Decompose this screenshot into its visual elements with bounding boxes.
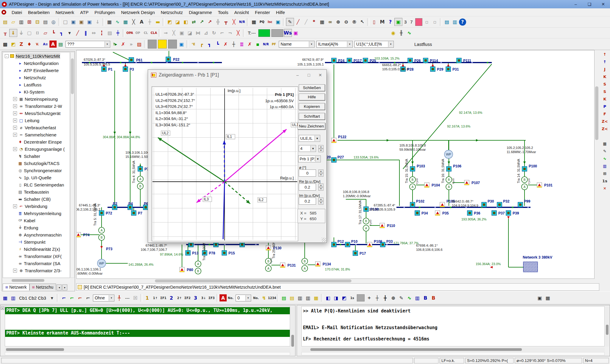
menu-diagramme[interactable]: Diagramme (186, 9, 215, 16)
fill-gray-swatch[interactable] (148, 40, 157, 49)
re-div-input[interactable]: 0.2 (299, 183, 316, 191)
fault-type-combo[interactable]: Ohne▾ (93, 295, 114, 301)
grid2-icon[interactable]: ▦ (544, 294, 552, 302)
sum-f2-icon[interactable]: ΣF2 (183, 294, 192, 302)
arrow-up-blue-icon[interactable]: ↑ (601, 58, 609, 66)
counter-combo[interactable]: 0▾ (236, 295, 251, 301)
relay-step1-icon[interactable]: ◩ (166, 18, 174, 26)
report-yellow-icon[interactable]: ▤ (288, 294, 296, 302)
curve-b-icon[interactable]: ∿ (405, 294, 413, 302)
console-left-hscrollbar[interactable] (5, 348, 290, 352)
voltage-display-combo[interactable]: U1|V,°;ULE|%▾ (354, 41, 394, 48)
cl-icon[interactable]: CL (142, 29, 150, 37)
t-split-icon[interactable]: ╀ (115, 294, 123, 302)
win2-icon[interactable]: ◨ (332, 294, 340, 302)
re-div-spinner[interactable]: ▲▼ (318, 183, 323, 191)
print-icon[interactable]: ▤ (41, 18, 49, 26)
a-red-icon[interactable]: A (49, 41, 57, 48)
dashed-ii-icon[interactable]: ╏ (98, 29, 106, 37)
slider-icon[interactable]: ╪ (114, 29, 122, 37)
pattern-icon[interactable]: ▩ (1, 40, 9, 48)
cla-icon[interactable]: CLA (150, 29, 158, 37)
gate-j1-icon[interactable]: ⌐ (60, 294, 68, 302)
report-book-icon[interactable]: ▤ (443, 18, 451, 26)
wire[interactable] (113, 52, 131, 61)
select-region2-icon[interactable]: ▫ (431, 18, 439, 26)
count-combo[interactable]: 4▼ (299, 145, 316, 152)
tree-item-sternpunkt[interactable]: ⊣Sternpunkt (3, 238, 70, 245)
nr2-icon[interactable]: N/R (262, 40, 270, 48)
element-search-combo[interactable]: ???▾ (66, 41, 110, 48)
tree-item-transformator-sa[interactable]: ∞Transformator (SA (3, 260, 70, 267)
dialog-maximize-button[interactable]: □ (303, 71, 315, 80)
grid-r-icon[interactable]: ⊞ (601, 170, 609, 177)
dropdown-icon[interactable]: ▾ (66, 29, 74, 37)
arrow-up-red-icon[interactable]: ↑ (601, 51, 609, 58)
tree-item-dezentraler-einspe[interactable]: ♦Dezentraler Einspe (3, 138, 70, 145)
tree-item-verbraucherlast[interactable]: +⌀Verbraucherlast (3, 124, 70, 131)
zoom-in-icon[interactable]: ⊕ (334, 18, 342, 26)
current-display-combo[interactable]: ILmax|A|%▾ (316, 41, 353, 48)
b2-icon[interactable]: B (430, 294, 438, 302)
step-z-icon[interactable]: Z (17, 40, 25, 48)
expand-icon[interactable]: + (13, 111, 17, 115)
zoom-out-icon[interactable]: ⊖ (342, 18, 350, 26)
phase1-up-icon[interactable]: 1↑ (151, 294, 159, 302)
table-pq-icon[interactable]: PQ (258, 18, 266, 26)
external-network-symbol[interactable] (523, 262, 538, 272)
connector-icon[interactable]: ⇔ (90, 29, 98, 37)
sine-curves-icon[interactable]: ∿ (113, 18, 122, 26)
dialog-close-button[interactable]: ✕ (315, 71, 326, 80)
plus-icon[interactable]: ＋ (365, 294, 373, 302)
tree-item-textbaustein[interactable]: ▤Textbaustein (3, 188, 70, 195)
expand-icon[interactable]: + (13, 97, 17, 101)
ruler-edit-icon[interactable]: ✎ (286, 18, 294, 26)
node-off-icon[interactable]: ╬ (214, 18, 222, 26)
ground-icon[interactable]: ⏚ (17, 29, 25, 37)
curve-green-icon[interactable]: ∿ (405, 29, 413, 37)
table-update-icon[interactable]: ▦ (105, 18, 113, 26)
gate-yellow-icon[interactable]: ┏ (197, 40, 206, 48)
phase3-down-icon[interactable]: 3↓ (200, 294, 208, 302)
phase1-icon[interactable]: 1 (143, 294, 151, 302)
new-network-icon[interactable]: ▤ (1, 18, 9, 26)
tree-item-transformator-2-w[interactable]: +∞Transformator 2-W (3, 102, 70, 110)
page-duplicate-icon[interactable]: ▣ (85, 18, 94, 26)
state-on-swatch[interactable] (258, 29, 270, 37)
find-icon[interactable]: M (378, 18, 386, 26)
relay-step2-icon[interactable]: ◪ (174, 18, 182, 26)
console-right-vscrollbar[interactable] (605, 306, 609, 346)
a-red2-icon[interactable]: A (220, 294, 227, 301)
doc-slash-icon[interactable]: ▨ (135, 40, 143, 48)
tree-item-synchrongenerator[interactable]: ◎Synchrongenerator (3, 167, 70, 174)
phase2-icon[interactable]: 2 (167, 294, 175, 302)
zoom-b-icon[interactable]: ⊕ (389, 294, 397, 302)
help-icon[interactable]: ? (459, 18, 466, 26)
chevron-down-icon[interactable]: ▾ (347, 41, 352, 47)
restore-button[interactable]: ❏ (583, 0, 596, 8)
branch-color-icon[interactable]: ┳ (222, 18, 230, 26)
import-disabled-icon[interactable]: ↓ (94, 18, 102, 26)
tree-item-transformator-xf-[interactable]: ∞Transformator (XF( (3, 253, 70, 260)
b1-icon[interactable]: B (421, 294, 430, 302)
sk-k-icon[interactable]: K (601, 95, 609, 103)
x-gray-icon[interactable]: ╳ (170, 29, 178, 37)
jks-j-icon[interactable]: J (601, 66, 609, 73)
gate-blue3-icon[interactable]: ┗ (214, 40, 222, 48)
crosshair-icon[interactable]: ┼ (373, 294, 381, 302)
tree-item-atp-einstellwerte[interactable]: ▸ATP Einstellwerte (3, 67, 70, 74)
cascade-magenta-icon[interactable]: ▣ (292, 29, 300, 37)
step-yellow-icon[interactable]: ◩ (9, 40, 17, 48)
expand-icon[interactable]: + (13, 147, 17, 151)
expand-icon[interactable]: + (13, 204, 17, 208)
p-icon[interactable]: P (601, 103, 609, 110)
node-pair-icon[interactable]: ♦ (25, 40, 33, 48)
rotate-icon[interactable]: ↻ (210, 29, 218, 37)
sk-s-icon[interactable]: S (601, 88, 609, 95)
redraw-button[interactable]: Neu Zeichnen (298, 123, 325, 130)
stairs2-icon[interactable]: ¬ (226, 29, 234, 37)
menu-atp[interactable]: ATP (77, 9, 91, 16)
menu-netzschutz[interactable]: Netzschutz (158, 9, 186, 16)
tree-item-mehrsystemleitung[interactable]: ≣Mehrsystemleitung (3, 210, 70, 217)
loop-icon[interactable]: ▱ (41, 29, 49, 37)
